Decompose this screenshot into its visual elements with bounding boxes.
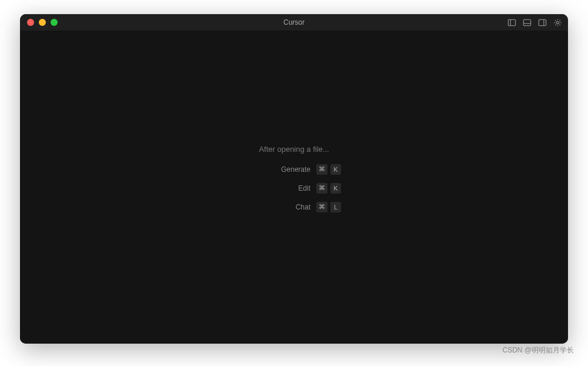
titlebar: Cursor [20,14,568,31]
key-letter: K [330,164,341,175]
shortcut-edit: Edit ⌘ K [247,183,341,194]
titlebar-actions [507,18,562,27]
traffic-lights [20,19,58,26]
shortcut-keys: ⌘ L [316,202,341,212]
welcome-panel: After opening a file... Generate ⌘ K Edi… [247,145,341,212]
welcome-heading: After opening a file... [259,145,329,154]
minimize-button[interactable] [39,19,46,26]
svg-rect-0 [508,19,515,25]
shortcut-label: Generate [247,165,310,174]
close-button[interactable] [27,19,34,26]
svg-rect-4 [539,19,546,25]
app-window: Cursor After opening a file... Generate … [20,14,568,344]
window-title: Cursor [283,18,305,26]
toggle-primary-sidebar-icon[interactable] [507,18,516,27]
key-cmd: ⌘ [316,183,328,194]
shortcut-keys: ⌘ K [316,183,341,194]
shortcut-label: Edit [247,184,310,192]
watermark: CSDN @明明如月学长 [502,345,574,355]
shortcut-chat: Chat ⌘ L [247,202,341,212]
shortcut-keys: ⌘ K [316,164,341,175]
shortcut-label: Chat [247,203,310,211]
shortcut-generate: Generate ⌘ K [247,164,341,175]
toggle-secondary-sidebar-icon[interactable] [537,18,547,27]
toggle-panel-icon[interactable] [522,18,532,27]
editor-area: After opening a file... Generate ⌘ K Edi… [20,31,568,344]
maximize-button[interactable] [51,19,58,26]
key-cmd: ⌘ [316,202,328,212]
key-letter: L [330,202,341,212]
settings-gear-icon[interactable] [553,18,562,27]
key-cmd: ⌘ [316,164,328,175]
key-letter: K [330,183,341,194]
svg-point-6 [556,21,559,24]
svg-rect-2 [523,19,530,25]
